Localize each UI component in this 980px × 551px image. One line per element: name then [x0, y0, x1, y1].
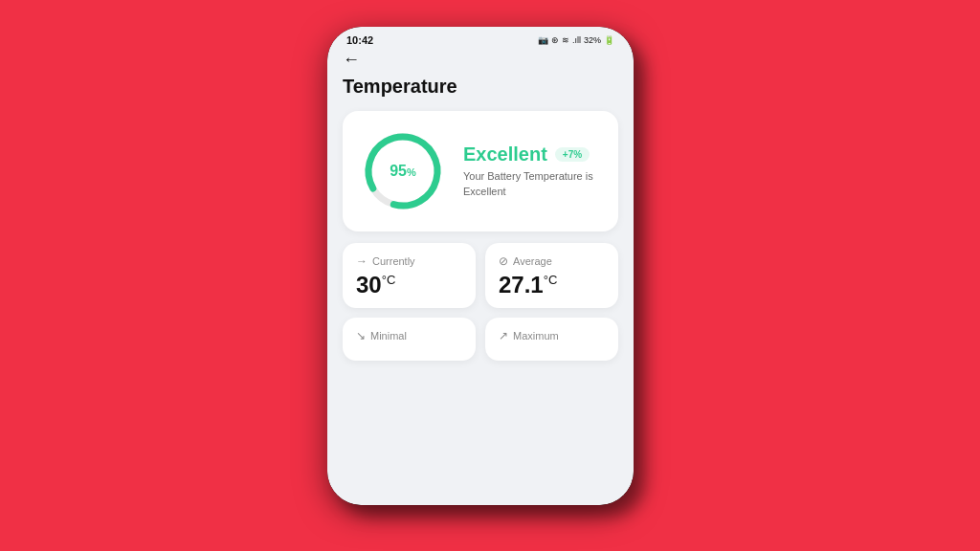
average-unit: °C — [544, 273, 558, 287]
currently-unit: °C — [382, 273, 396, 287]
stat-header-maximum: ↗ Maximum — [499, 329, 605, 342]
page-title: Temperature — [343, 76, 618, 98]
status-bar: 10:42 📷 ⊛ ≋ .ıll 32% 🔋 — [327, 27, 634, 50]
maximum-label: Maximum — [513, 330, 559, 342]
stat-card-maximum: ↗ Maximum — [485, 318, 618, 361]
app-content: ← Temperature 95% — [327, 50, 634, 505]
status-battery: 32% — [584, 35, 601, 45]
progress-unit: % — [407, 166, 416, 178]
minimal-icon: ↘ — [356, 329, 366, 342]
average-label: Average — [513, 255, 552, 267]
status-icons: 📷 ⊛ ≋ .ıll 32% 🔋 — [538, 35, 614, 45]
progress-label: 95% — [390, 163, 416, 180]
stat-card-currently: → Currently 30°C — [343, 243, 476, 308]
stat-card-average: ⊘ Average 27.1°C — [485, 243, 618, 308]
stats-grid: → Currently 30°C ⊘ Average 27 — [343, 243, 618, 308]
score-info: Excellent +7% Your Battery Temperature i… — [463, 143, 601, 199]
score-label: Excellent — [463, 143, 547, 165]
circular-progress: 95% — [360, 128, 446, 214]
stats-grid-bottom: ↘ Minimal ↗ Maximum — [343, 318, 618, 361]
status-time: 10:42 — [346, 34, 373, 46]
score-header: Excellent +7% — [463, 143, 601, 165]
status-vpn-icon: ⊛ — [551, 35, 559, 45]
status-photo-icon: 📷 — [538, 35, 548, 45]
phone-wrapper: 10:42 📷 ⊛ ≋ .ıll 32% 🔋 ← Temperature — [327, 27, 653, 524]
minimal-label: Minimal — [370, 330, 407, 342]
status-signal-icon: .ıll — [572, 35, 581, 45]
stat-card-minimal: ↘ Minimal — [343, 318, 476, 361]
status-battery-icon: 🔋 — [604, 35, 614, 45]
score-badge: +7% — [555, 147, 590, 162]
stat-header-average: ⊘ Average — [499, 254, 605, 268]
phone-device: 10:42 📷 ⊛ ≋ .ıll 32% 🔋 ← Temperature — [327, 27, 634, 505]
score-card: 95% Excellent +7% Your Battery Temperatu… — [343, 111, 618, 231]
back-button[interactable]: ← — [343, 50, 618, 70]
progress-value: 95 — [390, 163, 407, 179]
phone-screen: 10:42 📷 ⊛ ≋ .ıll 32% 🔋 ← Temperature — [327, 27, 634, 505]
status-wifi-icon: ≋ — [562, 35, 569, 45]
average-icon: ⊘ — [499, 254, 508, 268]
score-description: Your Battery Temperature is Excellent — [463, 169, 601, 199]
currently-value: 30°C — [356, 274, 462, 297]
average-value: 27.1°C — [499, 274, 605, 297]
currently-icon: → — [356, 254, 368, 268]
stat-header-minimal: ↘ Minimal — [356, 329, 462, 342]
currently-label: Currently — [372, 255, 415, 267]
maximum-icon: ↗ — [499, 329, 508, 342]
stat-header-currently: → Currently — [356, 254, 462, 268]
